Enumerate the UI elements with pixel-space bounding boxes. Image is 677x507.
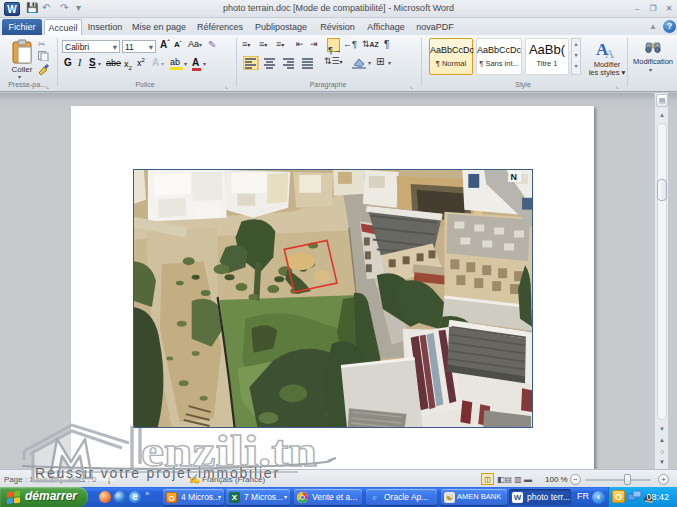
svg-text:N: N <box>511 172 517 182</box>
svg-text:A: A <box>605 46 615 60</box>
